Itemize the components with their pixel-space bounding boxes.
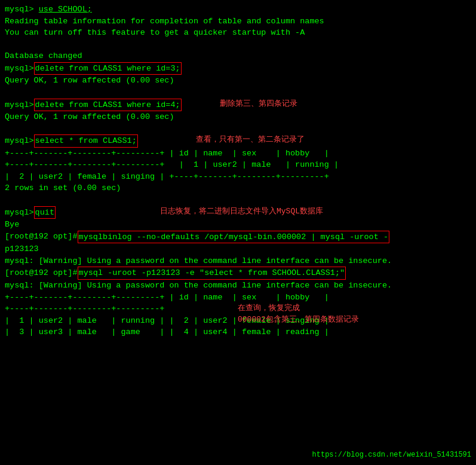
prompt-select: mysql> bbox=[5, 135, 34, 147]
table2-row-1: | 1 | user2 | male | running | bbox=[5, 316, 164, 325]
blank-4 bbox=[5, 194, 471, 206]
table2-border-1: +----+-------+--------+---------+ bbox=[5, 293, 164, 302]
terminal: mysql> use SCHOOL; Reading table informa… bbox=[0, 0, 476, 465]
blank-table bbox=[169, 160, 174, 169]
prompt-delete3: mysql> bbox=[5, 63, 34, 75]
line-select-class1: mysql> select * from CLASS1; 查看，只有第一、第二条… bbox=[5, 134, 471, 148]
line-quit: mysql> quit 日志恢复，将二进制日志文件导入MySQL数据库 bbox=[5, 206, 471, 219]
root-prompt-2: [root@192 opt]# bbox=[5, 267, 78, 279]
line-delete-3: mysql> delete from CLASS1 where id=3; bbox=[5, 62, 471, 75]
annotation-delete34: 删除第三、第四条记录 bbox=[220, 99, 297, 110]
blank-3 bbox=[5, 123, 471, 135]
table2-row-3: | 3 | user3 | male | game | bbox=[5, 328, 164, 336]
annotation-restore: 在查询，恢复完成000002包含第三、第四条数据记录 bbox=[238, 303, 359, 326]
line-mysql-select: [root@192 opt]# mysql -uroot -p123123 -e… bbox=[5, 267, 471, 280]
prompt: mysql> bbox=[5, 5, 39, 14]
table-border-2: +----+-------+--------+---------+ bbox=[5, 160, 164, 169]
table-row-1-2: | 2 | user2 | female | singing | bbox=[5, 172, 164, 181]
prompt-quit: mysql> bbox=[5, 207, 34, 219]
root-prompt-1: [root@192 opt]# bbox=[5, 231, 78, 243]
table2-header: | id | name | sex | hobby | bbox=[169, 293, 328, 302]
table2-border-2: +----+-------+--------+---------+ bbox=[5, 303, 164, 315]
annotation-select: 查看，只有第一、第二条记录了 bbox=[196, 134, 305, 146]
cmd-use-school: use SCHOOL; bbox=[39, 5, 92, 14]
table-row-1-1: | 1 | user2 | male | running | bbox=[179, 160, 339, 169]
line-2: Reading table information for completion… bbox=[5, 16, 471, 27]
line-db-changed: Database changed bbox=[5, 50, 471, 62]
table-border-1: +----+-------+--------+---------+ bbox=[5, 149, 164, 158]
cmd-delete3: delete from CLASS1 where id=3; bbox=[34, 62, 182, 75]
table-border-3: +----+-------+--------+---------+ bbox=[169, 172, 328, 181]
line-1: mysql> use SCHOOL; bbox=[5, 4, 471, 16]
query-ok-1: Query OK, 1 row affected (0.00 sec) bbox=[5, 75, 471, 87]
table2-border-annot: +----+-------+--------+---------+ 在查询，恢复… bbox=[5, 303, 471, 315]
annotation-quit: 日志恢复，将二进制日志文件导入MySQL数据库 bbox=[160, 206, 323, 218]
cmd-quit: quit bbox=[34, 206, 56, 219]
line-warning-1: mysql: [Warning] Using a password on the… bbox=[5, 255, 471, 267]
line-p123123: p123123 bbox=[5, 243, 471, 255]
line-3: You can turn off this feature to get a q… bbox=[5, 27, 471, 39]
query-ok-2: Query OK, 1 row affected (0.00 sec) bbox=[5, 111, 471, 123]
cmd-delete4: delete from CLASS1 where id=4; bbox=[34, 99, 182, 112]
rows-in-set-1: 2 rows in set (0.00 sec) bbox=[5, 182, 471, 194]
line-mysqlbinlog: [root@192 opt]# mysqlbinlog --no-default… bbox=[5, 231, 471, 244]
cmd-mysqlbinlog: mysqlbinlog --no-defaults /opt/mysql-bin… bbox=[78, 231, 389, 244]
line-bye: Bye bbox=[5, 219, 471, 231]
blank-2 bbox=[5, 87, 471, 99]
table-header-1: | id | name | sex | hobby | bbox=[169, 149, 328, 158]
prompt-delete4: mysql> bbox=[5, 99, 34, 111]
blank-1 bbox=[5, 39, 471, 51]
line-delete-4: mysql> delete from CLASS1 where id=4; 删除… bbox=[5, 99, 471, 112]
url-watermark: https://blog.csdn.net/weixin_51431591 bbox=[312, 450, 471, 460]
line-warning-2: mysql: [Warning] Using a password on the… bbox=[5, 280, 471, 292]
table2-row-4: | 4 | user4 | female | reading | bbox=[169, 328, 328, 336]
cmd-mysql-select: mysql -uroot -p123123 -e "select * from … bbox=[78, 267, 346, 280]
cmd-select: select * from CLASS1; bbox=[34, 134, 138, 148]
